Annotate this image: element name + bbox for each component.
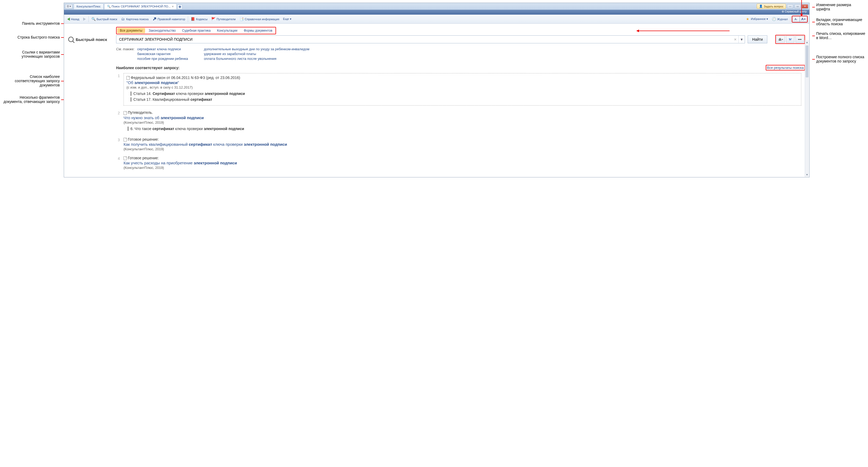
annotation-links: Ссылки с вариантами уточняющих запросов bbox=[3, 50, 64, 59]
result-number: 1 bbox=[115, 73, 120, 106]
close-icon[interactable]: ✕ bbox=[172, 5, 174, 8]
search-tab-legislation[interactable]: Законодательство bbox=[146, 28, 179, 33]
magnifier-large-icon bbox=[68, 37, 73, 42]
document-icon bbox=[126, 76, 130, 80]
search-input-container: ✕ ▼ bbox=[116, 35, 745, 43]
result-number: 4 bbox=[115, 156, 120, 170]
journal-button[interactable]: 🕘 Журнал bbox=[770, 16, 789, 22]
annotation-quicksearch: Строка Быстрого поиска bbox=[3, 35, 64, 39]
scrollbar-thumb[interactable] bbox=[806, 46, 808, 78]
result-note: (с изм. и доп., вступ. в силу с 31.12.20… bbox=[126, 85, 798, 89]
info-icon: 📑 bbox=[239, 17, 244, 21]
result-fragment-link[interactable]: Статья 14. Сертификат ключа проверки эле… bbox=[131, 91, 798, 96]
annotation-searchtabs: Вкладки, ограничивающие область поиска bbox=[812, 18, 865, 26]
document-icon bbox=[124, 138, 127, 142]
result-body: Федеральный закон от 06.04.2011 N 63-ФЗ … bbox=[124, 73, 801, 106]
result-title-link[interactable]: Что нужно знать об электронной подписи bbox=[124, 115, 801, 120]
magnifier-icon: 🔍 bbox=[91, 17, 96, 21]
suggestion-link[interactable]: дополнительные выходные дни по уходу за … bbox=[204, 47, 310, 51]
result-fragment-link[interactable]: Статья 17. Квалифицированный сертификат bbox=[131, 97, 798, 101]
suggestion-link[interactable]: удержание из заработной платы bbox=[204, 52, 310, 56]
minimize-button[interactable]: — bbox=[787, 4, 793, 8]
suggestion-link[interactable]: пособие при рождении ребенка bbox=[137, 57, 188, 61]
suggestion-link[interactable]: оплата больничного листа после увольнени… bbox=[204, 57, 310, 61]
search-tab-all[interactable]: Все документы bbox=[117, 28, 145, 33]
more-actions-button[interactable]: ••• bbox=[796, 36, 804, 43]
titlebar: ☰ ▾ КонсультантПлюс 🔍 Поиск СЕРТИФИКАТ Э… bbox=[64, 3, 809, 10]
result-row: 2Путеводитель.Что нужно знать об электро… bbox=[115, 110, 801, 132]
maximize-button[interactable]: ▭ bbox=[795, 4, 801, 8]
results-list: 1Федеральный закон от 06.04.2011 N 63-ФЗ… bbox=[64, 71, 809, 177]
favorites-button[interactable]: ★ Избранное ▾ bbox=[744, 16, 770, 22]
word-export-button[interactable]: W bbox=[786, 36, 795, 43]
search-card-button[interactable]: 🗂 Карточка поиска bbox=[119, 16, 150, 22]
print-button[interactable]: 🖶▾ bbox=[776, 36, 785, 43]
vertical-scrollbar[interactable]: ▲ ▼ bbox=[805, 40, 809, 177]
legal-navigator-button[interactable]: 🡽 Правовой навигатор bbox=[151, 16, 187, 22]
service-center-link[interactable]: ⚙ Сервисный центр bbox=[64, 10, 809, 14]
person-icon: 👤 bbox=[759, 4, 763, 8]
quick-search-label: Быстрый поиск bbox=[97, 18, 117, 21]
tab-search-text: СЕРТИФИКАТ ЭЛЕКТРОННОЙ ПО... bbox=[121, 5, 170, 8]
result-title-link[interactable]: Как получить квалифицированный сертифика… bbox=[124, 142, 801, 147]
font-decrease-button[interactable]: A- bbox=[792, 16, 800, 22]
scroll-down-icon[interactable]: ▼ bbox=[805, 173, 809, 177]
annotation-fulllist: Построение полного списка документов по … bbox=[812, 55, 865, 63]
signpost-icon: 🚩 bbox=[211, 17, 215, 21]
result-note: (КонсультантПлюс, 2019) bbox=[124, 147, 801, 151]
font-increase-button[interactable]: A+ bbox=[800, 16, 807, 22]
search-submit-button[interactable]: Найти bbox=[748, 35, 767, 43]
codex-button[interactable]: 📕 Кодексы bbox=[189, 16, 209, 22]
ask-label: Задать вопрос bbox=[764, 5, 783, 8]
annotation-print: Печать списка, копирование в Word… bbox=[812, 31, 865, 40]
guides-label: Путеводители bbox=[217, 18, 236, 21]
reference-info-button[interactable]: 📑 Справочная информация bbox=[238, 16, 281, 22]
search-input[interactable] bbox=[116, 36, 732, 43]
ask-question-button[interactable]: 👤 Задать вопрос bbox=[757, 4, 786, 9]
guides-button[interactable]: 🚩 Путеводители bbox=[210, 16, 237, 22]
app-menu-button[interactable]: ☰ ▾ bbox=[65, 4, 72, 9]
suggestion-link[interactable]: сертификат ключа подписи bbox=[137, 47, 188, 51]
more-button[interactable]: Еще ▾ bbox=[281, 17, 293, 22]
result-fragments: Статья 14. Сертификат ключа проверки эле… bbox=[126, 91, 798, 101]
close-button[interactable]: ✕ bbox=[802, 4, 808, 8]
result-number: 2 bbox=[115, 110, 120, 132]
font-size-controls: A- A+ bbox=[792, 16, 808, 23]
list-action-buttons: 🖶▾ W ••• bbox=[775, 35, 805, 44]
see-also-section: См. также: сертификат ключа подписи банк… bbox=[64, 46, 809, 63]
codex-label: Кодексы bbox=[196, 18, 208, 21]
search-tab-forms[interactable]: Формы документов bbox=[241, 28, 275, 33]
suggestion-link[interactable]: банковская гарантия bbox=[137, 52, 188, 56]
search-tab-court[interactable]: Судебная практика bbox=[179, 28, 213, 33]
document-icon bbox=[124, 111, 127, 115]
result-title-link[interactable]: Как учесть расходы на приобретение элект… bbox=[124, 160, 801, 165]
arrow-to-fontsize bbox=[801, 0, 802, 16]
navigator-icon: 🡽 bbox=[152, 17, 156, 21]
forward-button[interactable] bbox=[82, 17, 87, 22]
star-icon: ★ bbox=[746, 17, 750, 21]
book-icon: 📕 bbox=[191, 17, 195, 21]
quick-search-button[interactable]: 🔍 Быстрый поиск bbox=[90, 16, 119, 22]
arrow-forward-icon bbox=[83, 18, 86, 21]
tab-search[interactable]: 🔍 Поиск СЕРТИФИКАТ ЭЛЕКТРОННОЙ ПО... ✕ bbox=[104, 3, 177, 9]
all-results-link[interactable]: Все результаты поиска bbox=[766, 65, 805, 70]
arrow-back-icon bbox=[67, 18, 70, 21]
printer-icon: 🖶 bbox=[778, 37, 782, 41]
new-tab-button[interactable]: ✚ bbox=[177, 4, 183, 9]
search-scope-tabs: Все документы Законодательство Судебная … bbox=[116, 27, 276, 34]
ellipsis-icon: ••• bbox=[798, 37, 802, 41]
result-body: Путеводитель.Что нужно знать об электрон… bbox=[124, 110, 801, 132]
scroll-up-icon[interactable]: ▲ bbox=[805, 40, 809, 45]
tab-home[interactable]: КонсультантПлюс bbox=[73, 3, 104, 9]
toolbar: Назад 🔍 Быстрый поиск 🗂 Карточка поиска … bbox=[64, 14, 809, 24]
word-icon: W bbox=[788, 37, 792, 41]
search-dropdown-button[interactable]: ▼ bbox=[738, 36, 745, 43]
result-meta: Готовое решение: bbox=[124, 137, 801, 142]
result-fragment-link[interactable]: 6. Что такое сертификат ключа проверки э… bbox=[128, 126, 801, 131]
annotation-toolbar: Панель инструментов bbox=[3, 21, 64, 26]
result-title-link[interactable]: "Об электронной подписи" bbox=[126, 80, 798, 85]
clear-search-button[interactable]: ✕ bbox=[732, 36, 738, 43]
search-tab-consult[interactable]: Консультации bbox=[214, 28, 240, 33]
back-button[interactable]: Назад bbox=[66, 17, 81, 22]
result-body: Готовое решение:Как получить квалифициро… bbox=[124, 137, 801, 151]
